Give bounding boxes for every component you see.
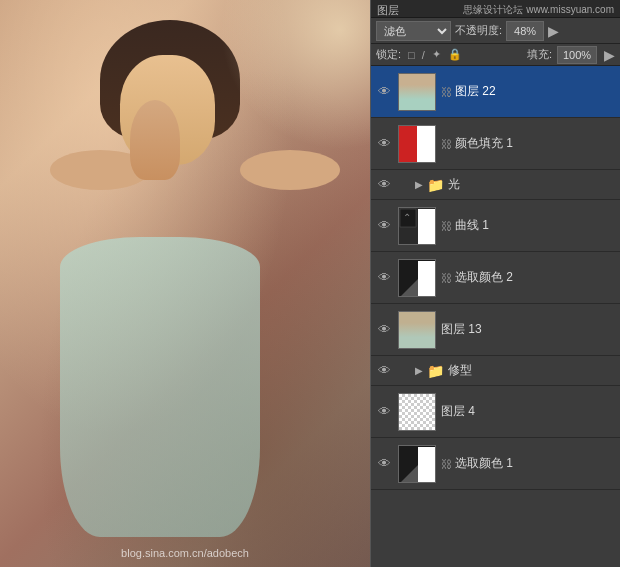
visibility-btn-layer13[interactable]: 👁 xyxy=(375,321,393,339)
lock-icons-group: □ / ✦ 🔒 xyxy=(406,48,464,61)
blend-opacity-bar: 滤色 正常 正片叠底 不透明度: ▶ xyxy=(371,18,620,44)
layer-name-layer13: 图层 13 xyxy=(441,321,616,338)
photo-canvas: blog.sina.com.cn/adobech xyxy=(0,0,370,567)
fill-arrow[interactable]: ▶ xyxy=(604,47,615,63)
chain-icon-curves-1: ⛓ xyxy=(441,220,452,232)
visibility-btn-selective-2[interactable]: 👁 xyxy=(375,269,393,287)
layers-list: 👁 ⛓ 图层 22 👁 ⛓ 颜色填充 1 xyxy=(371,66,620,567)
layer-item-layer4[interactable]: 👁 图层 4 xyxy=(371,386,620,438)
layer-name-color-fill-1: 颜色填充 1 xyxy=(455,135,616,152)
layer-item-group-light[interactable]: 👁 ▶ 📁 光 xyxy=(371,170,620,200)
light-effect xyxy=(220,0,370,150)
thumb-inner-layer22 xyxy=(399,74,435,110)
layer-thumb-layer22 xyxy=(398,73,436,111)
fill-label: 填充: xyxy=(527,47,552,62)
layer-item-curves-1[interactable]: 👁 ⌃ ⛓ 曲线 1 xyxy=(371,200,620,252)
layers-panel: 图层 思缘设计论坛 www.missyuan.com 滤色 正常 正片叠底 不透… xyxy=(370,0,620,567)
chain-icon-layer22: ⛓ xyxy=(441,86,452,98)
layer-thumb-layer4 xyxy=(398,393,436,431)
svg-text:⌃: ⌃ xyxy=(403,212,411,223)
layer-name-curves-1: 曲线 1 xyxy=(455,217,616,234)
layer-name-layer4: 图层 4 xyxy=(441,403,616,420)
layer-item-layer22[interactable]: 👁 ⛓ 图层 22 xyxy=(371,66,620,118)
group-arrow-shape[interactable]: ▶ xyxy=(413,365,425,377)
lock-all-btn[interactable]: 🔒 xyxy=(446,48,464,61)
panel-header-top: 图层 思缘设计论坛 www.missyuan.com xyxy=(371,0,620,18)
watermark: blog.sina.com.cn/adobech xyxy=(121,547,249,559)
lock-transparent-btn[interactable]: □ xyxy=(406,49,417,61)
thumb-inner-layer4 xyxy=(399,394,435,430)
lock-fill-bar: 锁定: □ / ✦ 🔒 填充: ▶ xyxy=(371,44,620,66)
folder-icon-light: 📁 xyxy=(427,177,444,193)
fill-input[interactable] xyxy=(557,46,597,64)
layer-name-group-light: 光 xyxy=(448,176,616,193)
figure-shoulder-right xyxy=(240,150,340,190)
chain-icon-color-fill-1: ⛓ xyxy=(441,138,452,150)
visibility-btn-layer22[interactable]: 👁 xyxy=(375,83,393,101)
svg-rect-3 xyxy=(418,209,436,245)
chain-icon-selective-2: ⛓ xyxy=(441,272,452,284)
layer-item-selective-2[interactable]: 👁 ⛓ 选取颜色 2 xyxy=(371,252,620,304)
layer-thumb-selective-2 xyxy=(398,259,436,297)
layer-name-group-shape: 修型 xyxy=(448,362,616,379)
layer-item-color-fill-1[interactable]: 👁 ⛓ 颜色填充 1 xyxy=(371,118,620,170)
lock-paint-btn[interactable]: / xyxy=(420,49,427,61)
layer-thumb-color-fill-1 xyxy=(398,125,436,163)
thumb-inner-layer13 xyxy=(399,312,435,348)
layer-thumb-curves-1: ⌃ xyxy=(398,207,436,245)
layer-item-selective-1[interactable]: 👁 ⛓ 选取颜色 1 xyxy=(371,438,620,490)
lock-label: 锁定: xyxy=(376,47,401,62)
chain-icon-selective-1: ⛓ xyxy=(441,458,452,470)
visibility-btn-selective-1[interactable]: 👁 xyxy=(375,455,393,473)
opacity-label: 不透明度: xyxy=(455,23,502,38)
curves-thumb-svg: ⌃ xyxy=(399,208,436,245)
layer-name-selective-2: 选取颜色 2 xyxy=(455,269,616,286)
selective1-thumb-svg xyxy=(399,446,436,483)
visibility-btn-group-shape[interactable]: 👁 xyxy=(375,362,393,380)
group-arrow-light[interactable]: ▶ xyxy=(413,179,425,191)
figure-neck xyxy=(130,100,180,180)
panel-title-text: 图层 xyxy=(377,3,399,14)
layer-item-layer13[interactable]: 👁 图层 13 xyxy=(371,304,620,356)
layer-name-layer22: 图层 22 xyxy=(455,83,616,100)
visibility-btn-group-light[interactable]: 👁 xyxy=(375,176,393,194)
layer-thumb-selective-1 xyxy=(398,445,436,483)
blend-mode-select[interactable]: 滤色 正常 正片叠底 xyxy=(376,21,451,41)
thumb-white-block xyxy=(417,126,435,162)
opacity-arrow[interactable]: ▶ xyxy=(548,23,559,39)
lock-move-btn[interactable]: ✦ xyxy=(430,48,443,61)
svg-rect-9 xyxy=(418,447,436,483)
layer-name-selective-1: 选取颜色 1 xyxy=(455,455,616,472)
figure-dress xyxy=(60,237,260,537)
site-watermark: 思缘设计论坛 www.missyuan.com xyxy=(463,3,614,14)
layer-item-group-shape[interactable]: 👁 ▶ 📁 修型 xyxy=(371,356,620,386)
visibility-btn-curves-1[interactable]: 👁 xyxy=(375,217,393,235)
layer-thumb-layer13 xyxy=(398,311,436,349)
svg-rect-6 xyxy=(418,261,436,297)
selective2-thumb-svg xyxy=(399,260,436,297)
thumb-red-block xyxy=(399,126,417,162)
folder-icon-shape: 📁 xyxy=(427,363,444,379)
visibility-btn-color-fill-1[interactable]: 👁 xyxy=(375,135,393,153)
app-container: blog.sina.com.cn/adobech 图层 思缘设计论坛 www.m… xyxy=(0,0,620,567)
visibility-btn-layer4[interactable]: 👁 xyxy=(375,403,393,421)
opacity-input[interactable] xyxy=(506,21,544,41)
thumb-inner-color-fill-1 xyxy=(399,126,435,162)
